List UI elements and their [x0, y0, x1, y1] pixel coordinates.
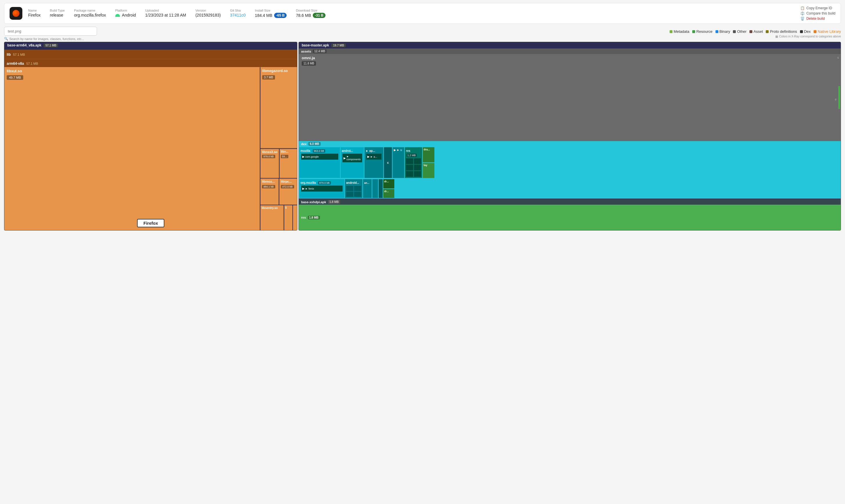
search-hint-text: Search by name for images, classes, func… [9, 37, 84, 41]
libipc-name: libipc... [281, 180, 292, 183]
legend-note-text: Colors in X-Ray correspond to categories… [779, 35, 841, 38]
git-sha-label: Git Sha [230, 9, 246, 12]
compare-build-link[interactable]: ⚖️ Compare this build [800, 11, 835, 15]
org-mozilla-row: org.mozilla 879.0 kB ▶ ► fenix android..… [299, 179, 841, 199]
left-apk-header: base-arm64_v8a.apk 57.1 MB [4, 42, 297, 49]
arm-label: arm64-v8a [7, 61, 24, 66]
components-block[interactable]: ▶ com.google [301, 154, 338, 160]
platform-label: Platform [115, 9, 136, 12]
dex-android[interactable]: ► ap... ▶ ► a... [364, 147, 383, 178]
libnss-block[interactable]: libnss3.so 978.0 kB [260, 149, 279, 178]
a-block[interactable]: ▶ ► a... [366, 154, 381, 160]
right-apk-header: base-master.apk 19.7 MB [299, 42, 841, 49]
download-size-value: 78.6 MB [296, 13, 311, 18]
omni-block[interactable]: omni.ja 11.8 MB s e [299, 54, 841, 141]
omni-name: omni.ja [302, 56, 315, 60]
ap-block[interactable]: ▶ ► components [342, 154, 362, 162]
build-type-value: release [50, 13, 65, 17]
li-block[interactable]: li [284, 205, 292, 230]
android-small-4[interactable] [379, 179, 383, 198]
mini-1[interactable] [346, 186, 354, 191]
uploaded-value: 1/23/2023 at 11:28 AM [145, 13, 186, 17]
libn-size: 59... [281, 155, 288, 158]
platform-text: Android [122, 13, 136, 17]
libn-name: libn... [281, 150, 288, 153]
search-input[interactable] [4, 27, 97, 36]
libmoz-block[interactable]: libmoz... 484.1 kB [260, 179, 279, 205]
res-item-2[interactable] [414, 158, 421, 164]
play-icon-a: ▶ [367, 155, 370, 158]
dex-res-small[interactable]: res 1.2 MB [405, 147, 422, 178]
binary-label: Binary [720, 29, 730, 34]
build-type-label: Build Type [50, 9, 65, 12]
org-mozilla-block[interactable]: org.mozilla 879.0 kB ▶ ► fenix [299, 179, 344, 198]
dr2-block[interactable]: dr... [383, 189, 394, 198]
omni-size: 11.8 MB [302, 61, 316, 66]
copy-emerge-id-link[interactable]: 📋 Copy Emerge ID [800, 6, 832, 10]
android-small-1[interactable]: android... [345, 179, 362, 198]
name-value: Firefox [28, 13, 41, 17]
other-dot [733, 30, 736, 33]
field-install-size: Install Size 184.4 MB -65 B [255, 9, 287, 18]
res-item-5[interactable] [406, 171, 413, 177]
res-item-4[interactable] [414, 165, 421, 170]
res-bottom-label: res [301, 216, 306, 219]
delete-build-label: Delete build [806, 17, 825, 21]
mini-3[interactable] [346, 192, 354, 197]
mini-4[interactable] [354, 192, 361, 197]
left-apk-panel: base-arm64_v8a.apk 57.1 MB lib 57.1 MB a… [4, 42, 298, 231]
legend-dex: Dex [800, 29, 811, 34]
dex-mozilla[interactable]: mozilla 963.0 kB ▶ com.google [299, 147, 340, 178]
filter-bar: 🔍 Search by name for images, classes, fu… [4, 27, 841, 41]
download-size-row: 78.6 MB -31 B [296, 13, 325, 18]
base-xxhdpi-size: 1.8 MB [328, 200, 340, 204]
res-item-6[interactable] [414, 171, 421, 177]
dra-block[interactable]: dra... [423, 147, 434, 162]
android-small-2[interactable]: an... [363, 179, 372, 198]
dex-res-label: res [406, 149, 410, 152]
install-size-value: 184.4 MB [255, 13, 272, 18]
res-item-3[interactable] [406, 165, 413, 170]
scroll-indicator [838, 86, 840, 109]
left-apk-size: 57.1 MB [43, 43, 58, 47]
mozilla-size: 963.0 kB [313, 149, 325, 153]
res-item-1[interactable] [406, 158, 413, 164]
dex-com-google[interactable]: androi... ▶ ► components [341, 147, 364, 178]
compare-icon: ⚖️ [800, 11, 805, 15]
legend-native-lib: Native Library [814, 29, 841, 34]
dr1-block[interactable]: dr... [383, 179, 394, 188]
git-sha-value[interactable]: 37411c0 [230, 13, 246, 17]
arm-block: arm64-v8a 57.1 MB [4, 59, 297, 68]
header-actions: 📋 Copy Emerge ID ⚖️ Compare this build 🗑… [800, 6, 835, 21]
mini-2[interactable] [354, 186, 361, 191]
c-text: c [387, 161, 389, 164]
dex-u[interactable]: ▶ ► u [393, 147, 404, 178]
com-google-label: androi... [342, 149, 353, 152]
ap-text: ► components [346, 155, 361, 161]
l-block[interactable] [293, 205, 298, 230]
dex-c[interactable]: c [384, 147, 392, 178]
legend-binary: Binary [716, 29, 730, 34]
field-download-size: Download Size 78.6 MB -31 B [296, 9, 325, 18]
libmegazord-block[interactable]: libmegazord.so 3.7 MB [260, 67, 297, 148]
search-hint-icon: 🔍 [4, 37, 8, 41]
libsentry-block[interactable]: libsentry.so [260, 205, 284, 230]
dex-content: mozilla 963.0 kB ▶ com.google androi... … [299, 147, 841, 179]
dra-label: dra... [424, 148, 430, 151]
libsentry-name: libsentry.so [262, 206, 277, 210]
legend-metadata: Metadata [670, 29, 689, 34]
android-label: ► ap... [365, 149, 375, 152]
lay-block[interactable]: lay [423, 163, 434, 178]
android-small-3[interactable] [372, 179, 378, 198]
res-grid [406, 158, 421, 177]
android-icon [115, 14, 120, 17]
libipc-block[interactable]: libipc... 472.0 kB [279, 179, 297, 205]
version-label: Version [195, 9, 221, 12]
fenix-block[interactable]: ▶ ► fenix [301, 185, 343, 192]
libxul-block[interactable]: libxul.so 49.7 MB [4, 67, 260, 230]
libmoz-row: libmoz... 484.1 kB libipc... 472.0 kB [260, 179, 297, 205]
install-size-label: Install Size [255, 9, 287, 12]
metadata-dot [670, 30, 672, 33]
delete-build-link[interactable]: 🗑️ Delete build [800, 17, 825, 21]
libn-block[interactable]: libn... 59... [280, 149, 297, 178]
